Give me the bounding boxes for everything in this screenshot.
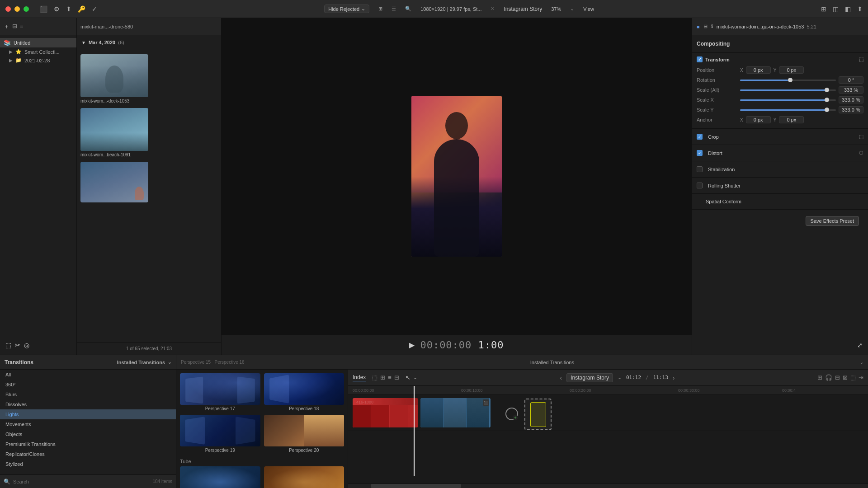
transition-objects[interactable]: Objects [0, 429, 176, 439]
transitions-search-input[interactable] [13, 479, 150, 484]
scale-x-field[interactable]: 333.0 % [839, 96, 863, 103]
crop-icon[interactable]: ⬚ [859, 134, 863, 140]
transition-dissolves[interactable]: Dissolves [0, 399, 176, 409]
hide-rejected-btn[interactable]: Hide Rejected ⌄ [324, 5, 369, 13]
transition-all[interactable]: All [0, 370, 176, 380]
trim-tool-btn[interactable]: ✂ [15, 342, 20, 349]
fullscreen-btn[interactable]: ⤢ [857, 342, 863, 349]
sidebar-item-untitled[interactable]: 📚 Untitled [0, 38, 76, 47]
check-icon[interactable]: ✓ [92, 5, 97, 13]
transition-replicator[interactable]: Replicator/Clones [0, 449, 176, 459]
scale-all-field[interactable]: 333 % [839, 86, 863, 94]
settings-icon[interactable]: ⚙ [54, 5, 60, 13]
media-item-beach[interactable]: mixkit-wom...beach-1091 [80, 108, 217, 157]
effect-tool-btn[interactable]: ◎ [24, 342, 29, 349]
timeline-dropdown-arrow[interactable]: ⌄ [618, 375, 622, 380]
filter-icon-inspector[interactable]: ⊟ [703, 23, 708, 29]
sidebar-item-smart-collections[interactable]: ▶ ⭐ Smart Collecti... [0, 47, 76, 56]
tool-arrow[interactable]: ⌄ [413, 375, 417, 380]
transition-lights[interactable]: Lights [0, 409, 176, 419]
transition-blurs[interactable]: Blurs [0, 389, 176, 399]
transition-card-p18[interactable]: Perspective 18 [264, 373, 344, 411]
distort-checkbox[interactable]: ✓ [697, 150, 703, 156]
scrollbar-thumb[interactable] [371, 484, 461, 488]
grid-icon[interactable]: ⊞ [378, 6, 382, 12]
scale-x-slider[interactable] [740, 99, 836, 101]
tl-right-icon6[interactable]: ⇥ [859, 374, 863, 381]
transition-stylized[interactable]: Stylized [0, 459, 176, 469]
rotation-field[interactable]: 0 ° [839, 76, 863, 84]
maximize-button[interactable] [24, 6, 29, 12]
tl-icon3[interactable]: ≡ [388, 374, 392, 381]
anchor-y-field[interactable]: 0 px [779, 116, 804, 123]
filter-icon[interactable]: ⊟ [12, 23, 17, 31]
pos-y-field[interactable]: 0 px [779, 66, 804, 74]
tl-right-icon2[interactable]: 🎧 [825, 374, 832, 381]
transition-card-tube2[interactable] [264, 466, 344, 488]
split-icon[interactable]: ◫ [833, 5, 839, 13]
minimize-button[interactable] [14, 6, 20, 12]
grid-view-icon[interactable]: ⊞ [821, 5, 826, 13]
transition-movements[interactable]: Movements [0, 419, 176, 429]
crop-checkbox[interactable]: ✓ [697, 134, 703, 140]
transition-360[interactable]: 360° [0, 380, 176, 389]
installed-arrow[interactable]: ⌄ [168, 360, 171, 365]
clip-mixkit-woman[interactable]: mixkit-woman-doi... ⬛ [420, 398, 491, 427]
library-icon[interactable]: ⬛ [40, 5, 47, 13]
tool-select[interactable]: ↖ [406, 374, 410, 381]
anchor-x-field[interactable]: 0 px [746, 116, 771, 123]
tl-right-icon3[interactable]: ⊟ [835, 374, 840, 381]
add-library-icon[interactable]: ＋ [4, 23, 9, 31]
media-item-paddle[interactable] [80, 162, 217, 202]
close-button[interactable] [5, 6, 11, 12]
date-expand-arrow[interactable]: ▼ [81, 40, 86, 45]
inspector-mode-icon[interactable]: ■ [697, 24, 700, 29]
clip-416-1080[interactable]: 416-1080 [353, 398, 418, 427]
rotation-slider[interactable] [740, 80, 836, 81]
info-icon[interactable]: ℹ [711, 23, 713, 29]
transition-card-p20[interactable]: Perspective 20 [264, 415, 344, 453]
play-button[interactable]: ▶ [409, 341, 415, 349]
stabilization-label: Stabilization [708, 167, 735, 172]
save-effects-preset-btn[interactable]: Save Effects Preset [806, 216, 859, 226]
list-icon[interactable]: ☰ [392, 6, 396, 12]
timeline-scrollbar[interactable] [348, 483, 868, 488]
stabilization-checkbox[interactable] [697, 166, 703, 172]
view-btn[interactable]: View [583, 6, 594, 12]
share-icon[interactable]: ⬆ [857, 5, 863, 13]
rolling-shutter-checkbox[interactable] [697, 183, 703, 188]
next-btn[interactable]: › [673, 374, 675, 381]
transform-reset-icon[interactable]: ⬚ [859, 56, 863, 62]
tl-icon2[interactable]: ⊞ [380, 374, 385, 381]
distort-icon[interactable]: ⬡ [859, 150, 863, 156]
upload-icon[interactable]: ⬆ [66, 5, 71, 13]
tl-right-icon5[interactable]: ⬚ [850, 374, 856, 381]
crop-tool-btn[interactable]: ⬚ [5, 342, 11, 349]
search-icon[interactable]: 🔍 [405, 6, 411, 12]
inspector-icon[interactable]: ◧ [845, 5, 851, 13]
tl-icon1[interactable]: ⬚ [372, 374, 377, 381]
installed-arrow2[interactable]: ⌄ [860, 360, 863, 365]
scale-y-field[interactable]: 333.0 % [839, 106, 863, 113]
tl-icon4[interactable]: ⊟ [394, 374, 399, 381]
pos-x-field[interactable]: 0 px [746, 66, 771, 74]
zoom-arrow[interactable]: ⌄ [570, 6, 574, 12]
media-item-deck[interactable]: mixkit-wom...-deck-1053 [80, 54, 217, 103]
playhead[interactable] [414, 386, 415, 476]
prev-btn[interactable]: ‹ [560, 374, 562, 381]
transition-card-tube1[interactable] [180, 466, 260, 488]
transition-card-p19[interactable]: Perspective 19 [180, 415, 260, 453]
scale-y-slider[interactable] [740, 109, 836, 111]
close-icon[interactable]: ✕ [491, 6, 495, 12]
transform-checkbox[interactable]: ✓ [697, 56, 703, 62]
tl-right-icon4[interactable]: ⊠ [843, 374, 848, 381]
transition-premiumilk[interactable]: Premiumilk Transitions [0, 439, 176, 449]
sort-icon[interactable]: ≡ [20, 23, 24, 31]
scale-all-slider[interactable] [740, 89, 836, 91]
sidebar-item-2021[interactable]: ▶ 📁 2021-02-28 [0, 56, 76, 65]
tl-right-icon1[interactable]: ⊞ [817, 374, 822, 381]
transition-card-p17[interactable]: Perspective 17 [180, 373, 260, 411]
rotation-row: Rotation 0 ° [697, 75, 863, 85]
key-icon[interactable]: 🔑 [78, 5, 85, 13]
drop-zone[interactable] [524, 399, 552, 430]
